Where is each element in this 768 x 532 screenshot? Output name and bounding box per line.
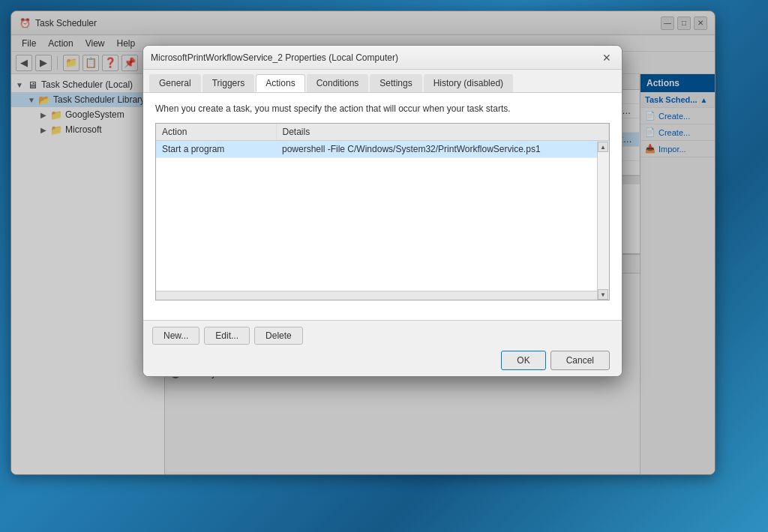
cancel-button[interactable]: Cancel [550, 351, 610, 370]
dialog-tab-triggers[interactable]: Triggers [202, 74, 255, 92]
action-row-1[interactable]: Start a program powershell -File C/Windo… [156, 141, 609, 158]
actions-table-container: Action Details Start a program powershel… [155, 123, 610, 300]
action-cell-details: powershell -File C/Windows/System32/Prin… [276, 141, 609, 158]
dialog-tab-conditions[interactable]: Conditions [307, 74, 369, 92]
dialog-title: MicrosoftPrintWorkflowService_2 Properti… [151, 52, 599, 63]
dialog-footer: New... Edit... Delete OK Cancel [143, 320, 622, 376]
new-button[interactable]: New... [152, 327, 200, 345]
dialog-main-buttons: OK Cancel [152, 351, 613, 370]
actions-table: Action Details [156, 124, 609, 141]
dialog-scrollbar-h[interactable] [156, 291, 609, 300]
dialog-tab-general[interactable]: General [149, 74, 201, 92]
dialog-close-button[interactable]: ✕ [599, 50, 614, 65]
edit-button[interactable]: Edit... [204, 327, 250, 345]
action-cell-action: Start a program [156, 141, 276, 158]
scroll-up-arrow[interactable]: ▲ [598, 142, 608, 152]
properties-dialog: MicrosoftPrintWorkflowService_2 Properti… [142, 45, 622, 377]
col-action: Action [156, 124, 276, 141]
table-scrollbar: ▲ ▼ [597, 142, 609, 300]
scroll-down-arrow[interactable]: ▼ [598, 289, 608, 300]
dialog-description: When you create a task, you must specify… [155, 103, 610, 114]
ok-button[interactable]: OK [501, 351, 545, 370]
col-details: Details [276, 124, 609, 141]
dialog-action-buttons: New... Edit... Delete [152, 327, 613, 345]
delete-button[interactable]: Delete [254, 327, 303, 345]
dialog-tabs: General Triggers Actions Conditions Sett… [143, 70, 622, 93]
dialog-tab-history[interactable]: History (disabled) [424, 74, 513, 92]
actions-table-inner: Start a program powershell -File C/Windo… [156, 141, 609, 158]
dialog-body: When you create a task, you must specify… [143, 93, 622, 320]
dialog-tab-settings[interactable]: Settings [370, 74, 422, 92]
dialog-overlay: MicrosoftPrintWorkflowService_2 Properti… [0, 0, 768, 532]
actions-table-body: Start a program powershell -File C/Windo… [156, 141, 609, 291]
dialog-tab-actions[interactable]: Actions [256, 74, 304, 92]
dialog-title-bar: MicrosoftPrintWorkflowService_2 Properti… [143, 46, 622, 70]
